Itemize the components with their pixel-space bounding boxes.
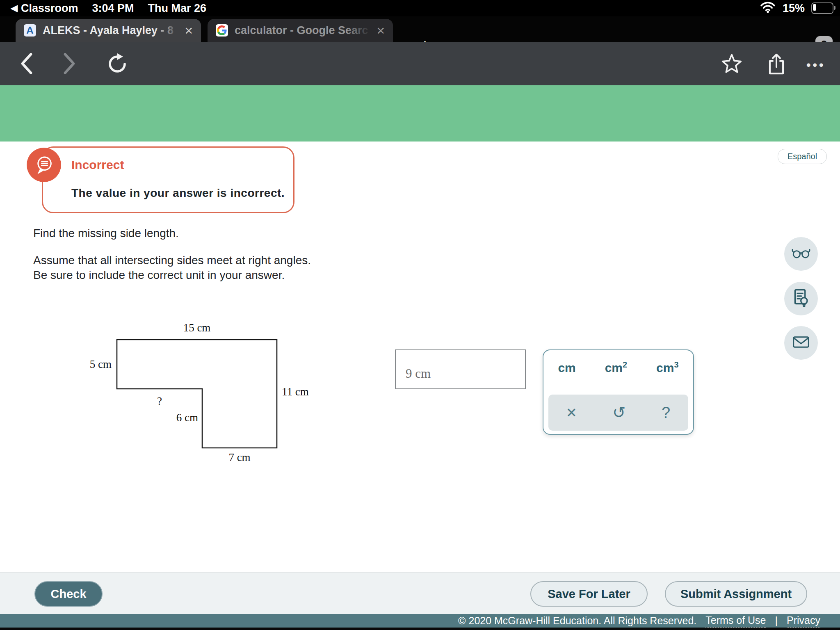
figure-label-top: 15 cm	[183, 322, 211, 334]
question-content: Español Incorrect The value in your answ…	[0, 142, 840, 572]
back-button[interactable]	[20, 52, 34, 75]
terms-of-use-link[interactable]: Terms of Use	[705, 614, 766, 628]
browser-toolbar: www-awu.aleks.com •••	[0, 42, 840, 85]
help-button[interactable]: ?	[662, 405, 670, 420]
tab-bar: A ALEKS - Ayala Hayley - 8 × calculator …	[0, 16, 840, 42]
feedback-message: The value in your answer is incorrect.	[71, 187, 285, 200]
battery-percent: 15%	[783, 2, 805, 15]
forward-button[interactable]	[62, 52, 76, 75]
bookmark-star-icon[interactable]	[721, 53, 742, 74]
problem-note: Assume that all intersecting sides meet …	[33, 253, 311, 283]
figure-label-missing: ?	[157, 395, 162, 407]
screen: ◀ Classroom 3:04 PM Thu Mar 26 15% A ALE…	[0, 0, 840, 630]
feedback-speech-bubble-icon	[27, 148, 61, 182]
incorrect-callout	[42, 146, 294, 213]
close-tab-icon[interactable]: ×	[185, 23, 193, 37]
check-button[interactable]: Check	[34, 581, 103, 607]
google-favicon-icon	[216, 24, 228, 37]
worked-example-icon	[790, 287, 812, 310]
clear-answer-button[interactable]: ×	[566, 404, 577, 421]
message-button[interactable]	[784, 326, 818, 360]
undo-button[interactable]: ↺	[612, 405, 625, 420]
close-tab-icon[interactable]: ×	[377, 23, 385, 37]
privacy-link[interactable]: Privacy	[787, 614, 820, 628]
message-envelope-icon	[790, 334, 812, 352]
status-date: Thu Mar 26	[148, 2, 207, 15]
battery-icon	[811, 2, 833, 14]
footer-divider: |	[775, 615, 778, 627]
back-triangle-icon: ◀	[11, 3, 18, 14]
problem-prompt: Find the missing side length.	[33, 227, 179, 240]
tab-calculator[interactable]: calculator - Google Searc ×	[208, 19, 393, 42]
figure-label-right: 11 cm	[282, 386, 309, 398]
back-to-app-button[interactable]: ◀ Classroom	[11, 2, 78, 15]
figure-label-left: 5 cm	[90, 358, 112, 370]
wifi-icon	[760, 1, 776, 16]
unit-cm3-button[interactable]: cm3	[656, 360, 678, 375]
review-tools-button[interactable]	[784, 237, 818, 271]
tab-aleks[interactable]: A ALEKS - Ayala Hayley - 8 ×	[16, 19, 201, 42]
reload-button[interactable]	[106, 52, 129, 75]
action-bar: Check Save For Later Submit Assignment	[0, 572, 840, 614]
aleks-header: 8.3 Question 2 of 15 (1 point) Question …	[0, 85, 840, 142]
figure-polygon: 15 cm 5 cm ? 6 cm 11 cm 7 cm	[82, 314, 312, 474]
status-time: 3:04 PM	[92, 2, 134, 15]
figure-label-bottom: 7 cm	[228, 451, 250, 463]
answer-input[interactable]	[395, 349, 526, 389]
submit-assignment-button[interactable]: Submit Assignment	[665, 581, 807, 607]
aleks-favicon-icon: A	[24, 24, 36, 37]
home-indicator-area	[0, 628, 840, 630]
save-for-later-button[interactable]: Save For Later	[530, 581, 648, 607]
copyright-text: © 2020 McGraw-Hill Education. All Rights…	[458, 615, 696, 627]
figure-label-inner: 6 cm	[176, 411, 198, 424]
back-to-app-label: Classroom	[21, 2, 78, 15]
share-icon[interactable]	[766, 52, 787, 76]
eyeglasses-icon	[790, 245, 812, 262]
feedback-title: Incorrect	[71, 158, 124, 172]
explanation-button[interactable]	[784, 282, 818, 315]
unit-picker-panel: cm cm2 cm3 × ↺ ?	[543, 349, 694, 435]
footer-bar: © 2020 McGraw-Hill Education. All Rights…	[0, 614, 840, 628]
unit-cm2-button[interactable]: cm2	[605, 360, 627, 375]
unit-cm-button[interactable]: cm	[558, 360, 575, 375]
language-toggle-button[interactable]: Español	[778, 149, 827, 164]
answer-tools-tray: × ↺ ?	[548, 395, 688, 431]
more-menu-icon[interactable]: •••	[806, 58, 826, 72]
status-bar: ◀ Classroom 3:04 PM Thu Mar 26 15%	[0, 0, 840, 16]
